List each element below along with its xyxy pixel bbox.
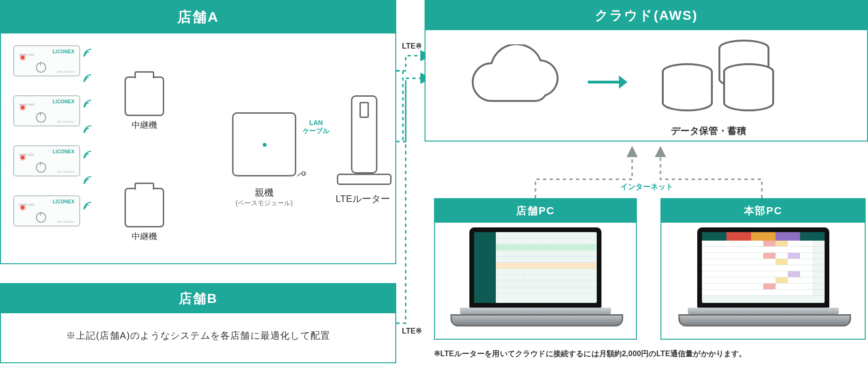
plug-icon [295,167,306,178]
store-b-panel: 店舗B ※上記(店舗A)のようなシステムを各店舗に最適化して配置 [0,283,396,363]
svg-rect-3 [302,172,305,175]
repeater-cap-icon [134,183,154,190]
sensor-led-icon [21,56,25,59]
wifi-icon [82,174,94,186]
lte-link-label-b: LTE※ [402,326,422,335]
lte-link-label-a: LTE※ [402,42,422,50]
cloud-storage-label: データ保管・蓄積 [671,125,746,137]
repeater-cap-icon [134,71,154,78]
repeater-device: 中継機 [125,76,164,116]
hq-pc-title: 本部PC [661,199,865,223]
sensor-led-icon [21,106,25,109]
arrow-right-icon [586,73,628,92]
power-icon [36,112,46,123]
sensor-ms: 889.319866m [57,70,75,73]
laptop-icon [451,227,620,331]
power-icon [36,212,46,223]
router-label: LTEルーター [316,192,410,205]
power-icon [36,62,46,73]
store-pc-title: 店舗PC [435,199,636,223]
sensor-brand: LiCONEX [52,49,75,54]
store-a-panel: 店舗A LiCONEX mode cold 889.319866m LiCONE… [0,0,396,264]
sensor-device: LiCONEX mode cold 889.319866m [13,195,80,226]
wifi-icon [82,199,94,211]
database-icon [647,40,789,120]
lan-cable-label: LAN ケーブル [297,119,335,135]
footnote: ※LTEルーターを用いてクラウドに接続するには月額約2,000円のLTE通信量が… [434,349,746,359]
sensor-device: LiCONEX mode cold 889.319866m [13,95,80,126]
hq-pc-panel: 本部PC [660,198,866,340]
sensor-led-icon [21,156,25,159]
hq-pc-app-preview [702,232,825,303]
store-b-title: 店舗B [1,284,395,313]
base-label: 親機 (ベースモジュール) [217,186,311,208]
base-module-device: 親機 (ベースモジュール) [232,112,296,176]
sensor-led-icon [21,206,25,209]
wifi-icon [82,148,94,160]
sensor-device: LiCONEX mode cold 889.319866m [13,45,80,76]
power-icon [36,162,46,173]
cloud-icon [463,44,567,115]
cloud-title: クラウド(AWS) [426,1,867,30]
base-led-icon [263,143,267,147]
cloud-panel: クラウド(AWS) [425,0,868,142]
repeater-label: 中継機 [132,119,157,131]
internet-link-label: インターネット [620,182,673,192]
store-pc-app-preview [474,232,597,303]
wifi-icon [82,72,94,84]
repeater-device: 中継機 [125,188,164,227]
repeater-label: 中継機 [132,231,157,242]
sensor-device: LiCONEX mode cold 889.319866m [13,145,80,176]
wifi-icon [82,97,94,109]
store-pc-panel: 店舗PC [434,198,637,340]
wifi-icon [82,123,94,135]
store-b-desc: ※上記(店舗A)のようなシステムを各店舗に最適化して配置 [1,313,395,342]
store-a-title: 店舗A [1,1,395,33]
wifi-icon [82,46,94,59]
lte-router-device: LTEルーター [337,95,389,185]
laptop-icon [678,227,848,331]
